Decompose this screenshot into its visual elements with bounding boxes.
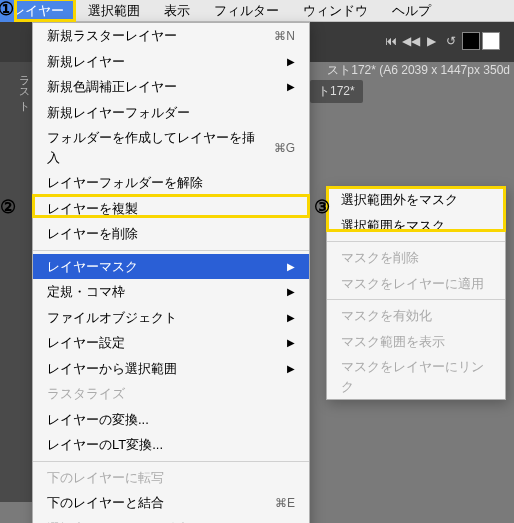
menubar-help[interactable]: ヘルプ bbox=[380, 0, 443, 22]
submenu-arrow-icon: ▶ bbox=[287, 259, 295, 274]
submenu-mask-outside-selection[interactable]: 選択範囲外をマスク bbox=[327, 187, 505, 213]
annotation-3: ③ bbox=[314, 196, 330, 218]
menu-label: 定規・コマ枠 bbox=[47, 282, 125, 302]
submenu-link-mask: マスクをレイヤーにリンク bbox=[327, 354, 505, 399]
menu-label: レイヤーを複製 bbox=[47, 199, 138, 219]
menu-label: マスクを有効化 bbox=[341, 306, 432, 326]
shortcut: ⇧⌥E bbox=[263, 519, 295, 523]
menu-label: レイヤーマスク bbox=[47, 257, 138, 277]
menu-ruler-frame[interactable]: 定規・コマ枠 ▶ bbox=[33, 279, 309, 305]
submenu-arrow-icon: ▶ bbox=[287, 310, 295, 325]
submenu-mask-selection[interactable]: 選択範囲をマスク bbox=[327, 213, 505, 239]
menu-label: 下のレイヤーに転写 bbox=[47, 468, 164, 488]
menu-label: マスクをレイヤーに適用 bbox=[341, 274, 484, 294]
menu-label: 選択中のレイヤーを結合 bbox=[47, 519, 190, 524]
menu-label: 新規レイヤーフォルダー bbox=[47, 103, 190, 123]
menu-separator bbox=[33, 250, 309, 251]
submenu-apply-mask: マスクをレイヤーに適用 bbox=[327, 271, 505, 297]
menu-layer-mask[interactable]: レイヤーマスク ▶ bbox=[33, 254, 309, 280]
submenu-enable-mask: マスクを有効化 bbox=[327, 303, 505, 329]
background-color-swatch[interactable] bbox=[482, 32, 500, 50]
menu-rasterize: ラスタライズ bbox=[33, 381, 309, 407]
document-tab[interactable]: ト172* bbox=[310, 80, 363, 103]
menu-lt-convert[interactable]: レイヤーのLT変換... bbox=[33, 432, 309, 458]
shortcut: ⌘E bbox=[275, 494, 295, 512]
menu-label: レイヤーから選択範囲 bbox=[47, 359, 177, 379]
menu-label: 下のレイヤーと結合 bbox=[47, 493, 164, 513]
menu-duplicate-layer[interactable]: レイヤーを複製 bbox=[33, 196, 309, 222]
menu-label: マスク範囲を表示 bbox=[341, 332, 445, 352]
menu-separator bbox=[33, 461, 309, 462]
side-panel-label: ラスト bbox=[0, 62, 32, 502]
menu-label: ラスタライズ bbox=[47, 384, 125, 404]
document-title: スト172* (A6 2039 x 1447px 350d bbox=[327, 62, 510, 79]
menu-label: ファイルオブジェクト bbox=[47, 308, 177, 328]
submenu-arrow-icon: ▶ bbox=[287, 361, 295, 376]
menu-label: マスクを削除 bbox=[341, 248, 419, 268]
menu-label: マスクをレイヤーにリンク bbox=[341, 357, 491, 396]
foreground-color-swatch[interactable] bbox=[462, 32, 480, 50]
menu-separator bbox=[327, 241, 505, 242]
menu-delete-layer[interactable]: レイヤーを削除 bbox=[33, 221, 309, 247]
menu-merge-selected: 選択中のレイヤーを結合 ⇧⌥E bbox=[33, 516, 309, 524]
menu-new-raster-layer[interactable]: 新規ラスターレイヤー ⌘N bbox=[33, 23, 309, 49]
menu-label: 新規レイヤー bbox=[47, 52, 125, 72]
submenu-arrow-icon: ▶ bbox=[287, 284, 295, 299]
menu-label: 選択範囲をマスク bbox=[341, 216, 445, 236]
skip-prev-icon[interactable]: ◀◀ bbox=[402, 32, 420, 50]
menu-label: 新規ラスターレイヤー bbox=[47, 26, 177, 46]
menubar-selection[interactable]: 選択範囲 bbox=[76, 0, 152, 22]
shortcut: ⌘G bbox=[274, 139, 295, 157]
menu-new-correction-layer[interactable]: 新規色調補正レイヤー ▶ bbox=[33, 74, 309, 100]
menu-unfolder[interactable]: レイヤーフォルダーを解除 bbox=[33, 170, 309, 196]
menu-transfer-down: 下のレイヤーに転写 bbox=[33, 465, 309, 491]
annotation-2: ② bbox=[0, 196, 16, 218]
annotation-1: ① bbox=[0, 0, 14, 20]
submenu-delete-mask: マスクを削除 bbox=[327, 245, 505, 271]
menu-folder-insert[interactable]: フォルダーを作成してレイヤーを挿入 ⌘G bbox=[33, 125, 309, 170]
layer-mask-submenu: 選択範囲外をマスク 選択範囲をマスク マスクを削除 マスクをレイヤーに適用 マス… bbox=[326, 186, 506, 400]
submenu-show-mask-range: マスク範囲を表示 bbox=[327, 329, 505, 355]
menu-new-layer-folder[interactable]: 新規レイヤーフォルダー bbox=[33, 100, 309, 126]
menubar: レイヤー 選択範囲 表示 フィルター ウィンドウ ヘルプ bbox=[0, 0, 514, 22]
menu-new-layer[interactable]: 新規レイヤー ▶ bbox=[33, 49, 309, 75]
menu-convert-layer[interactable]: レイヤーの変換... bbox=[33, 407, 309, 433]
menu-label: フォルダーを作成してレイヤーを挿入 bbox=[47, 128, 264, 167]
submenu-arrow-icon: ▶ bbox=[287, 54, 295, 69]
menu-label: レイヤーのLT変換... bbox=[47, 435, 163, 455]
play-icon[interactable]: ▶ bbox=[422, 32, 440, 50]
menu-layer-settings[interactable]: レイヤー設定 ▶ bbox=[33, 330, 309, 356]
menubar-view[interactable]: 表示 bbox=[152, 0, 202, 22]
layer-menu-dropdown: 新規ラスターレイヤー ⌘N 新規レイヤー ▶ 新規色調補正レイヤー ▶ 新規レイ… bbox=[32, 22, 310, 523]
shortcut: ⌘N bbox=[274, 27, 295, 45]
menu-merge-down[interactable]: 下のレイヤーと結合 ⌘E bbox=[33, 490, 309, 516]
submenu-arrow-icon: ▶ bbox=[287, 79, 295, 94]
menu-separator bbox=[327, 299, 505, 300]
menu-label: レイヤー設定 bbox=[47, 333, 125, 353]
menu-label: 新規色調補正レイヤー bbox=[47, 77, 177, 97]
menu-selection-from-layer[interactable]: レイヤーから選択範囲 ▶ bbox=[33, 356, 309, 382]
menu-label: レイヤーを削除 bbox=[47, 224, 138, 244]
menubar-window[interactable]: ウィンドウ bbox=[291, 0, 380, 22]
menubar-filter[interactable]: フィルター bbox=[202, 0, 291, 22]
submenu-arrow-icon: ▶ bbox=[287, 335, 295, 350]
menu-label: 選択範囲外をマスク bbox=[341, 190, 458, 210]
menu-file-object[interactable]: ファイルオブジェクト ▶ bbox=[33, 305, 309, 331]
menu-label: レイヤーの変換... bbox=[47, 410, 149, 430]
rewind-icon[interactable]: ⏮ bbox=[382, 32, 400, 50]
swap-colors-icon[interactable]: ↺ bbox=[442, 32, 460, 50]
menu-label: レイヤーフォルダーを解除 bbox=[47, 173, 203, 193]
